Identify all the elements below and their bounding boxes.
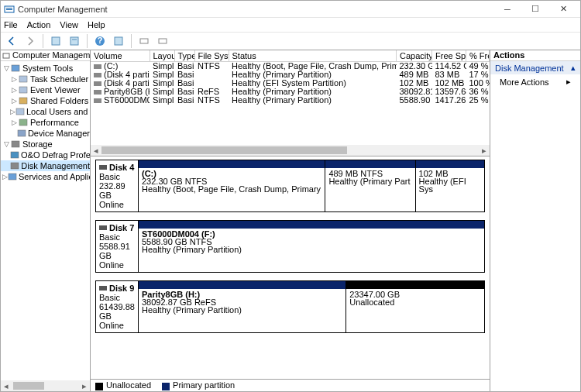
legend-primary: Primary partition xyxy=(162,380,235,390)
column-header--free[interactable]: % Free xyxy=(466,50,490,62)
toolbar-icon-4[interactable] xyxy=(136,33,152,49)
tree-item-icon xyxy=(18,96,29,105)
cell-vol: ST6000DM004 (F:) xyxy=(91,96,150,105)
cell-vol: (Disk 4 partition 3) xyxy=(91,79,150,88)
cell-free: 114.52 GB xyxy=(432,62,466,71)
tree-twisty-icon[interactable]: ▽ xyxy=(2,140,10,148)
toolbar-icon-3[interactable] xyxy=(111,33,126,49)
volume-row[interactable]: (Disk 4 partition 2)SimpleBasicHealthy (… xyxy=(91,70,490,79)
maximize-button[interactable]: ☐ xyxy=(521,2,549,17)
cell-vol: (C:) xyxy=(91,62,150,71)
tree-item-services-and-applications[interactable]: ▷Services and Applications xyxy=(1,171,90,182)
tree-twisty-icon[interactable]: ▽ xyxy=(2,64,10,72)
scrollbar-thumb[interactable] xyxy=(101,146,347,154)
partition[interactable]: (C:)232.30 GB NTFSHealthy (Boot, Page Fi… xyxy=(139,160,325,212)
cell-pct: 100 % xyxy=(466,79,490,88)
cell-status: Healthy (Primary Partition) xyxy=(229,96,397,105)
tree-twisty-icon[interactable]: ▷ xyxy=(10,97,18,105)
column-header-layout[interactable]: Layout xyxy=(150,50,174,62)
column-header-type[interactable]: Type xyxy=(174,50,194,62)
menu-help[interactable]: Help xyxy=(88,20,105,29)
scroll-left-icon[interactable]: ◂ xyxy=(91,145,101,156)
menu-view[interactable]: View xyxy=(60,20,78,29)
volume-table-scrollbar[interactable]: ◂ ▸ xyxy=(91,145,490,156)
svg-rect-1 xyxy=(6,8,12,9)
toolbar-icon-1[interactable] xyxy=(48,33,64,49)
menu-file[interactable]: File xyxy=(4,20,18,29)
tree-item-disk-management[interactable]: Disk Management xyxy=(1,160,90,171)
column-header-capacity[interactable]: Capacity xyxy=(397,50,432,62)
tree-item-system-tools[interactable]: ▽System Tools xyxy=(1,63,90,74)
volume-row[interactable]: Parity8GB (H:)SimpleBasicReFSHealthy (Pr… xyxy=(91,88,490,96)
cell-fs: ReFS xyxy=(194,88,229,96)
volume-row[interactable]: ST6000DM004 (F:)SimpleBasicNTFSHealthy (… xyxy=(91,96,490,105)
cell-status: Healthy (Primary Partition) xyxy=(229,88,397,96)
disk-info-panel[interactable]: Disk 7Basic5588.91 GBOnline xyxy=(95,220,139,273)
disk-block: Disk 4Basic232.89 GBOnline(C:)232.30 GB … xyxy=(95,160,485,212)
tree-twisty-icon[interactable]: ▷ xyxy=(10,86,18,94)
tree-horizontal-scrollbar[interactable]: ◂ ▸ xyxy=(1,380,90,391)
forward-button[interactable] xyxy=(22,33,38,49)
partition[interactable]: ST6000DM004 (F:)5588.90 GB NTFSHealthy (… xyxy=(139,220,485,273)
tree-item-icon xyxy=(10,139,21,149)
cell-layout: Simple xyxy=(150,88,174,96)
tree-item-storage[interactable]: ▽Storage xyxy=(1,139,90,150)
partition[interactable]: Parity8GB (H:)38092.87 GB ReFSHealthy (P… xyxy=(139,280,346,333)
actions-section-disk-management[interactable]: Disk Management ▴ xyxy=(490,61,580,74)
cell-type: Basic xyxy=(174,96,194,105)
cell-layout: Simple xyxy=(150,70,174,79)
tree-item-task-scheduler[interactable]: ▷Task Scheduler xyxy=(1,74,90,84)
minimize-button[interactable]: ─ xyxy=(493,2,521,17)
close-button[interactable]: ✕ xyxy=(549,2,577,17)
disk-block: Disk 9Basic61439.88 GBOnlineParity8GB (H… xyxy=(95,280,485,333)
svg-rect-16 xyxy=(16,108,24,115)
disk-info-panel[interactable]: Disk 9Basic61439.88 GBOnline xyxy=(95,280,139,333)
scroll-right-icon[interactable]: ▸ xyxy=(79,380,90,391)
tree-item-performance[interactable]: ▷Performance xyxy=(1,117,90,128)
tree-twisty-icon[interactable]: ▷ xyxy=(10,119,18,126)
svg-rect-22 xyxy=(9,174,16,180)
partition[interactable]: 489 MB NTFSHealthy (Primary Part xyxy=(325,160,415,212)
svg-rect-3 xyxy=(52,37,60,45)
legend: Unallocated Primary partition xyxy=(91,379,490,391)
scrollbar-thumb[interactable] xyxy=(13,382,44,390)
tree-twisty-icon[interactable]: ▷ xyxy=(2,173,8,181)
cell-layout: Simple xyxy=(150,79,174,88)
cell-cap: 102 MB xyxy=(397,79,432,88)
scroll-left-icon[interactable]: ◂ xyxy=(1,380,12,391)
window-title: Computer Management xyxy=(18,5,493,14)
partition[interactable]: 102 MBHealthy (EFI Sys xyxy=(416,160,485,212)
tree-twisty-icon[interactable]: ▷ xyxy=(10,75,18,83)
tree-twisty-icon[interactable]: ▷ xyxy=(10,108,15,115)
actions-more-actions[interactable]: More Actions ▸ xyxy=(490,74,580,89)
partition[interactable]: 23347.00 GBUnallocated xyxy=(346,280,485,333)
volume-row[interactable]: (C:)SimpleBasicNTFSHealthy (Boot, Page F… xyxy=(91,62,490,71)
toolbar-icon-2[interactable] xyxy=(67,33,82,49)
help-button[interactable]: ? xyxy=(92,33,108,49)
tree-item-o-o-defrag-profession[interactable]: O&O Defrag Profession xyxy=(1,150,90,160)
tree-item-shared-folders[interactable]: ▷Shared Folders xyxy=(1,95,90,106)
cell-free: 83 MB xyxy=(432,70,466,79)
column-header-volume[interactable]: Volume xyxy=(91,50,150,62)
column-header-file-system[interactable]: File System xyxy=(194,50,229,62)
scroll-right-icon[interactable]: ▸ xyxy=(479,145,490,156)
menu-action[interactable]: Action xyxy=(27,20,51,29)
svg-rect-18 xyxy=(18,130,26,136)
svg-rect-13 xyxy=(19,76,27,82)
cell-type: Basic xyxy=(174,62,194,71)
tree-item-label: Storage xyxy=(22,139,53,149)
tree-item-local-users-and-groups[interactable]: ▷Local Users and Groups xyxy=(1,106,90,117)
disk-info-panel[interactable]: Disk 4Basic232.89 GBOnline xyxy=(95,160,139,212)
toolbar-icon-5[interactable] xyxy=(155,33,170,49)
tree-item-icon xyxy=(18,118,29,127)
svg-text:?: ? xyxy=(98,36,103,45)
cell-cap: 489 MB xyxy=(397,70,432,79)
tree-root[interactable]: Computer Management (Local xyxy=(1,50,90,61)
column-header-free-space[interactable]: Free Space xyxy=(432,50,466,62)
tree-item-device-manager[interactable]: Device Manager xyxy=(1,128,90,139)
tree-item-event-viewer[interactable]: ▷Event Viewer xyxy=(1,84,90,95)
volume-row[interactable]: (Disk 4 partition 3)SimpleBasicHealthy (… xyxy=(91,79,490,88)
back-button[interactable] xyxy=(4,33,19,49)
tree-item-icon xyxy=(10,64,21,73)
column-header-status[interactable]: Status xyxy=(229,50,397,62)
